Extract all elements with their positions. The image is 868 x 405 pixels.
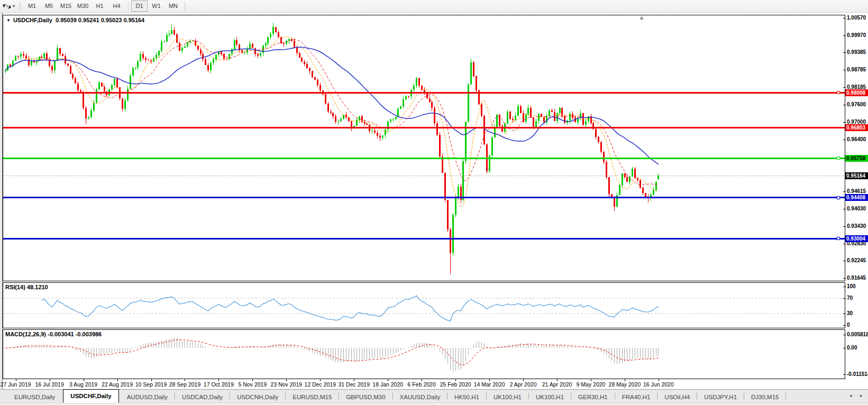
- date-axis-tick: [455, 379, 456, 381]
- macd-axis-label: -0.011514: [847, 371, 868, 377]
- date-axis-label: 22 Aug 2019: [102, 381, 133, 388]
- tab-usdchf-daily[interactable]: USDCHF,Daily: [63, 389, 118, 403]
- timeframe-button-d1[interactable]: D1: [131, 1, 148, 12]
- date-axis-tick: [659, 379, 659, 381]
- price-axis-label: 0.96400: [847, 136, 866, 142]
- timeframe-button-m5[interactable]: M5: [41, 1, 57, 12]
- timeframe-toolbar: ▾ M1M5M15M30H1H4D1W1MN: [0, 0, 868, 13]
- date-axis-label: 25 Feb 2020: [440, 381, 471, 388]
- timeframe-button-m15[interactable]: M15: [58, 1, 74, 12]
- tab-xauusd-daily[interactable]: XAUUSD,Daily: [393, 392, 447, 403]
- date-axis-tick: [16, 379, 16, 381]
- price-axis-label: 0.99385: [847, 49, 866, 55]
- rsi-indicator-pane[interactable]: [3, 282, 845, 328]
- tab-ger30-h1[interactable]: GER30,H1: [571, 392, 615, 403]
- chart-window: ▼USDCHF,Daily 0.95039 0.95241 0.95023 0.…: [0, 13, 868, 389]
- tab-scroll-right-icon[interactable]: ▸: [860, 393, 863, 398]
- tab-scroll-left-icon[interactable]: ◂: [849, 393, 852, 398]
- tab-usdcad-daily[interactable]: USDCAD,Daily: [175, 392, 230, 403]
- date-axis-tick: [252, 379, 253, 381]
- date-axis-tick: [50, 379, 50, 381]
- date-axis-tick: [523, 379, 524, 381]
- main-chart-pane[interactable]: [3, 15, 845, 281]
- tab-dj30-m15[interactable]: DJ30,M15: [744, 392, 785, 403]
- date-axis-label: 17 Oct 2019: [204, 381, 234, 388]
- date-axis-label: 14 Mar 2020: [474, 381, 505, 388]
- level-price-badge: 0.93004: [845, 235, 868, 242]
- current-price-badge: 0.95164: [845, 172, 868, 179]
- tab-fra40-h1[interactable]: FRA40,H1: [615, 392, 657, 403]
- date-axis-tick: [625, 379, 625, 381]
- date-axis-label: 27 Jun 2019: [1, 381, 31, 388]
- date-axis-tick: [84, 379, 84, 381]
- date-axis-tick: [489, 379, 490, 381]
- price-axis-label: 0.94030: [847, 206, 866, 211]
- timeframe-button-mn[interactable]: MN: [165, 1, 181, 12]
- tab-gbpusd-m30[interactable]: GBPUSD,M30: [339, 392, 392, 403]
- macd-axis-label: 0.00: [847, 345, 857, 351]
- tab-hk50-h1[interactable]: HK50,H1: [447, 392, 486, 403]
- macd-indicator-pane[interactable]: [3, 329, 845, 379]
- date-axis-label: 6 Feb 2020: [408, 381, 436, 388]
- status-bar: [0, 403, 868, 405]
- charts-toolbar-icon[interactable]: [2, 2, 12, 11]
- price-axis-label: 0.94615: [847, 188, 866, 194]
- date-axis-label: 10 Sep 2019: [135, 381, 167, 388]
- timeframe-button-h1[interactable]: H1: [92, 1, 108, 12]
- date-axis-label: 28 Sep 2019: [169, 381, 201, 388]
- toolbar-drag-handle[interactable]: [19, 2, 21, 11]
- price-axis-label: 0.91645: [847, 275, 866, 281]
- tab-separator: [785, 393, 786, 400]
- timeframe-button-w1[interactable]: W1: [148, 1, 165, 12]
- level-price-badge: 0.96803: [845, 124, 868, 131]
- date-axis-label: 12 Dec 2019: [305, 381, 336, 388]
- price-axis-label: 0.99970: [847, 32, 866, 38]
- date-axis-tick: [422, 379, 422, 381]
- date-axis-label: 21 Apr 2020: [542, 381, 572, 388]
- date-axis-label: 28 May 2020: [609, 381, 641, 388]
- date-axis-tick: [320, 379, 321, 381]
- date-axis-tick: [218, 379, 219, 381]
- date-axis-tick: [557, 379, 558, 381]
- level-price-badge: 0.98008: [845, 89, 868, 96]
- tab-audusd-daily[interactable]: AUDUSD,Daily: [120, 392, 175, 403]
- price-axis-label: 1.00570: [847, 15, 866, 21]
- trading-platform-window: ▾ M1M5M15M30H1H4D1W1MN ▼USDCHF,Daily 0.9…: [0, 0, 868, 405]
- date-axis-tick: [185, 379, 185, 381]
- timeframe-button-m1[interactable]: M1: [24, 1, 40, 12]
- tab-uk100-h1[interactable]: UK100,H1: [487, 392, 528, 403]
- date-axis-label: 16 Jun 2020: [643, 381, 674, 388]
- price-axis-label: 0.92830: [847, 241, 866, 246]
- date-axis-label: 23 Nov 2019: [271, 381, 303, 388]
- rsi-axis-label: 0: [847, 322, 850, 328]
- tab-eurusd-m15[interactable]: EURUSD,M15: [286, 392, 339, 403]
- timeframe-button-h4[interactable]: H4: [108, 1, 125, 12]
- date-axis-tick: [151, 379, 152, 381]
- toolbar-separator: [128, 2, 129, 11]
- price-axis-label: 0.98185: [847, 84, 866, 90]
- price-axis-label: 0.98785: [847, 67, 866, 72]
- toolbar-separator: [185, 2, 185, 11]
- price-axis-label: 0.97600: [847, 102, 866, 107]
- date-axis-label: 31 Dec 2019: [338, 381, 370, 388]
- rsi-axis-label: 30: [847, 310, 853, 316]
- chart-tab-bar: ◂ ▸ EURUSD,DailyUSDCHF,DailyAUDUSD,Daily…: [0, 389, 868, 403]
- tab-usoil-h4[interactable]: USOil,H4: [657, 392, 697, 403]
- date-axis-tick: [286, 379, 287, 381]
- price-axis-label: 0.97000: [847, 119, 866, 125]
- rsi-axis-label: 100: [847, 283, 856, 289]
- date-axis-label: 16 Jul 2019: [35, 381, 63, 388]
- tab-eurusd-daily[interactable]: EURUSD,Daily: [7, 392, 62, 403]
- date-axis-tick: [388, 379, 388, 381]
- chevron-down-icon[interactable]: ▾: [13, 4, 15, 8]
- timeframe-button-m30[interactable]: M30: [75, 1, 91, 12]
- date-axis-label: 9 May 2020: [577, 381, 606, 388]
- tab-usdcnh-daily[interactable]: USDCNH,Daily: [230, 392, 285, 403]
- date-axis-label: 3 Aug 2019: [69, 381, 97, 388]
- date-axis-tick: [117, 379, 118, 381]
- date-axis-label: 18 Jan 2020: [372, 381, 403, 388]
- macd-axis-label: 0.005818: [847, 332, 868, 337]
- tab-uk100-h1[interactable]: UK100,H1: [529, 392, 571, 403]
- tab-usdjpy-h1[interactable]: USDJPY,H1: [697, 392, 744, 403]
- date-axis-tick: [591, 379, 591, 381]
